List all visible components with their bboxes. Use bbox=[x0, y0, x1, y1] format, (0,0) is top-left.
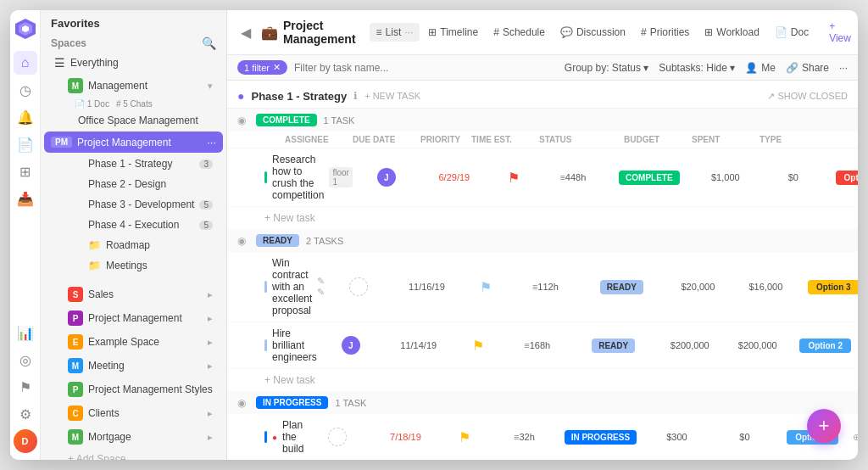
task-color-bar bbox=[264, 171, 267, 183]
sidebar-item-pm2[interactable]: P Project Management ▸ bbox=[44, 307, 223, 329]
task-color-bar bbox=[264, 281, 267, 293]
sidebar-item-clients[interactable]: C Clients ▸ bbox=[44, 402, 223, 424]
nav-list[interactable]: ≡ List ··· bbox=[370, 23, 420, 42]
phase1-expand-icon[interactable]: ● bbox=[237, 89, 244, 103]
nav-workload[interactable]: ⊞ Workload bbox=[698, 23, 765, 42]
task-budget: $1,000 bbox=[692, 172, 760, 182]
nav-timeline[interactable]: ⊞ Timeline bbox=[421, 23, 485, 42]
sidebar-item-phase1[interactable]: Phase 1 - Strategy 3 bbox=[44, 154, 223, 173]
task-status[interactable]: COMPLETE bbox=[607, 171, 692, 185]
settings-icon[interactable]: ⚙ bbox=[14, 402, 37, 426]
sidebar-item-meeting[interactable]: M Meeting ▸ bbox=[44, 355, 223, 377]
sidebar-item-roadmap[interactable]: 📁 Roadmap bbox=[44, 236, 223, 255]
pm-icon: PM bbox=[51, 137, 72, 148]
task-status[interactable]: READY bbox=[579, 280, 664, 294]
chart-icon[interactable]: 📊 bbox=[14, 321, 37, 344]
phase1-info-icon[interactable]: ℹ bbox=[353, 90, 358, 102]
sidebar-item-phase3[interactable]: Phase 3 - Development 5 bbox=[44, 195, 223, 214]
task-status[interactable]: IN PROGRESS bbox=[558, 430, 643, 445]
nav-priorities[interactable]: # Priorities bbox=[634, 23, 696, 42]
grid-icon[interactable]: ⊞ bbox=[14, 159, 37, 183]
task-assignee[interactable] bbox=[303, 428, 371, 446]
phase1-show-closed[interactable]: ↗ SHOW CLOSED bbox=[767, 91, 848, 102]
sidebar-item-phase4[interactable]: Phase 4 - Execution 5 bbox=[44, 215, 223, 234]
sidebar-item-pmstyles[interactable]: P Project Management Styles bbox=[44, 378, 223, 400]
user-avatar[interactable]: D bbox=[14, 429, 37, 453]
pm-dots[interactable]: ··· bbox=[207, 136, 216, 148]
share-btn[interactable]: 🔗 Share bbox=[786, 62, 829, 74]
task-add[interactable]: ⊕ bbox=[846, 432, 858, 443]
task-row: Research how to crush the competition fl… bbox=[227, 148, 858, 207]
subtasks-select[interactable]: Subtasks: Hide ▾ bbox=[659, 62, 735, 74]
document-icon[interactable]: 📄 bbox=[14, 132, 37, 156]
clients-icon: C bbox=[68, 406, 83, 421]
group-by-select[interactable]: Group by: Status ▾ bbox=[565, 62, 648, 74]
target-icon[interactable]: ◎ bbox=[14, 348, 37, 372]
task-priority[interactable]: ⚑ bbox=[460, 279, 511, 295]
task-spent: $16,000 bbox=[732, 282, 799, 292]
sidebar-item-example[interactable]: E Example Space ▸ bbox=[44, 331, 223, 353]
pmstyles-icon: P bbox=[68, 382, 83, 397]
clock-icon[interactable]: ◷ bbox=[14, 78, 37, 102]
nav-schedule[interactable]: # Schedule bbox=[487, 23, 552, 42]
task-assignee[interactable]: J bbox=[317, 336, 385, 355]
filter-remove-icon[interactable]: ✕ bbox=[273, 62, 281, 73]
me-btn[interactable]: 👤 Me bbox=[745, 62, 776, 74]
sidebar: Favorites Spaces 🔍 ☰ Everything M Manage… bbox=[41, 10, 227, 460]
sidebar-item-management[interactable]: M Management ▾ bbox=[44, 75, 223, 97]
add-task-ready[interactable]: + New task bbox=[227, 369, 858, 391]
task-type[interactable]: Option 1 bbox=[827, 171, 858, 185]
task-name[interactable]: Research how to crush the competition bbox=[272, 154, 324, 201]
task-spent: $0 bbox=[760, 172, 827, 182]
more-btn[interactable]: ··· bbox=[839, 62, 848, 74]
fab-add-btn[interactable]: + bbox=[807, 409, 841, 443]
flag-icon[interactable]: ⚑ bbox=[14, 375, 37, 399]
task-time: ≡ 32h bbox=[490, 432, 558, 442]
task-name[interactable]: Plan the build bbox=[282, 419, 303, 455]
phase1-add-btn[interactable]: + NEW TASK bbox=[364, 91, 420, 101]
nav-discussion[interactable]: 💬 Discussion bbox=[554, 23, 632, 42]
complete-status-badge: COMPLETE bbox=[256, 114, 317, 126]
ready-expand-icon[interactable]: ◉ bbox=[237, 235, 249, 247]
mortgage-icon: M bbox=[68, 429, 83, 445]
collapse-btn[interactable]: ◀ bbox=[237, 21, 254, 44]
sidebar-item-sales[interactable]: S Sales ▸ bbox=[44, 283, 223, 305]
view-btn[interactable]: + View bbox=[822, 17, 858, 48]
task-priority[interactable]: ⚑ bbox=[488, 170, 539, 186]
nav-doc[interactable]: 📄 Doc bbox=[768, 23, 815, 42]
sidebar-item-office[interactable]: Office Space Management bbox=[44, 111, 223, 130]
filter-chip[interactable]: 1 filter ✕ bbox=[237, 60, 287, 75]
task-type[interactable]: Option 2 bbox=[792, 339, 858, 353]
task-status[interactable]: READY bbox=[571, 339, 656, 353]
sidebar-item-project-management[interactable]: PM Project Management ··· bbox=[44, 131, 223, 153]
filter-input[interactable] bbox=[294, 62, 558, 74]
task-name[interactable]: Hire brilliant engineers bbox=[272, 327, 317, 363]
sidebar-item-phase2[interactable]: Phase 2 - Design bbox=[44, 175, 223, 193]
search-icon[interactable]: 🔍 bbox=[202, 36, 216, 50]
sidebar-item-everything[interactable]: ☰ Everything bbox=[44, 53, 223, 73]
add-space-btn[interactable]: + Add Space bbox=[44, 450, 223, 460]
inprogress-expand-icon[interactable]: ◉ bbox=[237, 397, 249, 409]
task-due: 6/29/19 bbox=[420, 172, 488, 182]
task-name[interactable]: Win contract with an excellent proposal bbox=[272, 257, 312, 316]
column-headers-complete: ASSIGNEE DUE DATE PRIORITY TIME EST. STA… bbox=[227, 131, 858, 148]
avatar-j: J bbox=[377, 168, 396, 187]
complete-expand-icon[interactable]: ◉ bbox=[237, 115, 249, 126]
bell-icon[interactable]: 🔔 bbox=[14, 105, 37, 129]
task-priority[interactable]: ⚑ bbox=[439, 429, 490, 445]
task-assignee[interactable] bbox=[325, 277, 392, 296]
home-icon[interactable]: ⌂ bbox=[14, 51, 37, 75]
page-title: 💼 Project Management bbox=[261, 19, 356, 46]
list-more-icon[interactable]: ··· bbox=[404, 26, 413, 38]
task-time: ≡ 112h bbox=[511, 282, 579, 292]
task-due: 11/14/19 bbox=[385, 340, 453, 350]
add-task-complete[interactable]: + New task bbox=[227, 207, 858, 229]
task-assignee[interactable]: J bbox=[353, 168, 420, 187]
sidebar-item-meetings[interactable]: 📁 Meetings bbox=[44, 256, 223, 275]
task-type[interactable]: Option 3 bbox=[799, 280, 858, 294]
task-priority[interactable]: ⚑ bbox=[453, 338, 504, 354]
task-name-cell: Win contract with an excellent proposal … bbox=[264, 257, 325, 316]
sidebar-item-mortgage[interactable]: M Mortgage ▸ bbox=[44, 426, 223, 448]
inbox-icon[interactable]: 📥 bbox=[14, 187, 37, 210]
red-dot: ● bbox=[272, 433, 277, 442]
